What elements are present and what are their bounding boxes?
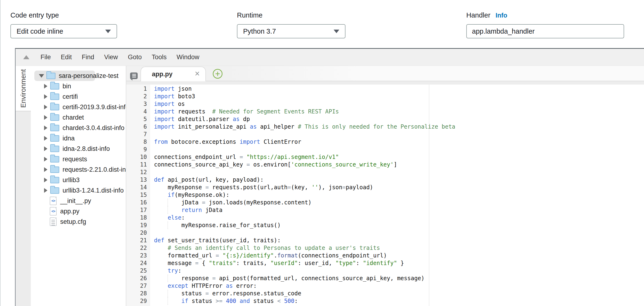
tree-item-urllib3[interactable]: urllib3 xyxy=(31,175,126,185)
chevron-collapsed-icon[interactable] xyxy=(44,157,48,162)
line-number[interactable]: 20 xyxy=(126,229,147,237)
code-line[interactable]: 15 if(myResponse.ok): xyxy=(126,191,644,199)
code-line[interactable]: 23 formatted_url = "{:s}/identify".forma… xyxy=(126,252,644,259)
tree-item--init-py[interactable]: <>__init__.py xyxy=(31,196,126,206)
line-number[interactable]: 14 xyxy=(126,184,147,191)
tree-item-certifi[interactable]: certifi xyxy=(31,91,126,102)
line-number[interactable]: 27 xyxy=(126,282,147,290)
line-number[interactable]: 26 xyxy=(126,275,147,282)
line-number[interactable]: 9 xyxy=(126,146,147,153)
close-icon[interactable]: × xyxy=(195,69,200,78)
code-line[interactable]: 28 status = error.response.status_code xyxy=(126,290,644,297)
collapse-pane-icon[interactable] xyxy=(23,55,30,59)
code-line[interactable]: 27 except HTTPError as error: xyxy=(126,282,644,290)
line-number[interactable]: 7 xyxy=(126,130,147,138)
code-line[interactable]: 24 message = { "traits": traits, "userId… xyxy=(126,259,644,267)
chevron-collapsed-icon[interactable] xyxy=(44,188,48,193)
tree-item-setup-cfg[interactable]: setup.cfg xyxy=(31,217,126,227)
tree-item-sara-personalize-test[interactable]: sara-personalize-test xyxy=(31,71,126,81)
code-line[interactable]: 22 # Sends an identify call to Personas … xyxy=(126,244,644,252)
line-number[interactable]: 16 xyxy=(126,199,147,206)
code-line[interactable]: 18 else: xyxy=(126,214,644,222)
code-line[interactable]: 19 myResponse.raise_for_status() xyxy=(126,222,644,229)
menu-item-window[interactable]: Window xyxy=(172,53,204,61)
tab-environment[interactable]: Environment xyxy=(16,66,31,111)
chevron-collapsed-icon[interactable] xyxy=(44,178,48,182)
chevron-collapsed-icon[interactable] xyxy=(44,105,48,109)
chevron-collapsed-icon[interactable] xyxy=(44,146,48,151)
line-number[interactable]: 6 xyxy=(126,123,147,130)
line-number[interactable]: 23 xyxy=(126,252,147,259)
tree-item-requests[interactable]: requests xyxy=(31,154,126,164)
tree-item-urllib3-1-24-1-dist-info[interactable]: urllib3-1.24.1.dist-info xyxy=(31,185,126,196)
code-line[interactable]: 2import boto3 xyxy=(126,93,644,100)
line-number[interactable]: 28 xyxy=(126,290,147,297)
menu-item-view[interactable]: View xyxy=(99,53,123,61)
handler-info-link[interactable]: Info xyxy=(496,12,507,19)
code-line[interactable]: 17 return jData xyxy=(126,206,644,214)
code-line[interactable]: 9 xyxy=(126,146,644,153)
menu-item-file[interactable]: File xyxy=(36,53,56,61)
tree-item-requests-2-21-0-dist-info[interactable]: requests-2.21.0.dist-info xyxy=(31,164,126,175)
new-tab-button[interactable]: + xyxy=(213,69,222,79)
tab-app-py[interactable]: app.py × xyxy=(140,66,206,81)
handler-input[interactable] xyxy=(466,24,624,38)
chevron-collapsed-icon[interactable] xyxy=(44,84,48,89)
chevron-collapsed-icon[interactable] xyxy=(44,167,48,172)
line-number[interactable]: 18 xyxy=(126,214,147,222)
code-line[interactable]: 4import requests # Needed for Segment Ev… xyxy=(126,108,644,115)
line-number[interactable]: 5 xyxy=(126,115,147,123)
tab-list-icon[interactable] xyxy=(130,72,138,79)
code-line[interactable]: 14 myResponse = requests.post(url,auth=(… xyxy=(126,184,644,191)
code-line[interactable]: 7 xyxy=(126,130,644,138)
code-line[interactable]: 26 response = api_post(formatted_url, co… xyxy=(126,275,644,282)
code-line[interactable]: 6import init_personalize_api as api_help… xyxy=(126,123,644,130)
line-number[interactable]: 25 xyxy=(126,267,147,275)
tree-item-bin[interactable]: bin xyxy=(31,81,126,91)
line-number[interactable]: 13 xyxy=(126,176,147,184)
line-number[interactable]: 11 xyxy=(126,161,147,168)
chevron-collapsed-icon[interactable] xyxy=(44,136,48,141)
chevron-expanded-icon[interactable] xyxy=(39,74,44,78)
line-number[interactable]: 2 xyxy=(126,93,147,100)
menu-item-goto[interactable]: Goto xyxy=(123,53,147,61)
tree-item-chardet-3-0-4-dist-info[interactable]: chardet-3.0.4.dist-info xyxy=(31,123,126,133)
tree-item-certifi-2019-3-9-dist-info[interactable]: certifi-2019.3.9.dist-info xyxy=(31,102,126,112)
runtime-select[interactable]: Python 3.7 xyxy=(237,24,346,38)
tree-item-app-py[interactable]: <>app.py xyxy=(31,206,126,217)
code-line[interactable]: 10connections_endpoint_url = "https://ap… xyxy=(126,153,644,161)
code-line[interactable]: 11connections_source_api_key = os.enviro… xyxy=(126,161,644,168)
tree-item-idna-2-8-dist-info[interactable]: idna-2.8.dist-info xyxy=(31,144,126,154)
code-line[interactable]: 25 try: xyxy=(126,267,644,275)
code-entry-type-select[interactable]: Edit code inline xyxy=(10,24,117,38)
line-number[interactable]: 17 xyxy=(126,206,147,214)
chevron-collapsed-icon[interactable] xyxy=(44,115,48,120)
code-line[interactable]: 3import os xyxy=(126,100,644,108)
line-number[interactable]: 3 xyxy=(126,100,147,108)
code-line[interactable]: 8from botocore.exceptions import ClientE… xyxy=(126,138,644,146)
line-number[interactable]: 21 xyxy=(126,237,147,244)
line-number[interactable]: 15 xyxy=(126,191,147,199)
code-line[interactable]: 1import json xyxy=(126,85,644,93)
code-line[interactable]: 20 xyxy=(126,229,644,237)
line-number[interactable]: 10 xyxy=(126,153,147,161)
line-number[interactable]: 19 xyxy=(126,222,147,229)
menu-item-edit[interactable]: Edit xyxy=(56,53,77,61)
code-line[interactable]: 29 if status >= 400 and status < 500: xyxy=(126,297,644,305)
line-number[interactable]: 29 xyxy=(126,297,147,305)
chevron-collapsed-icon[interactable] xyxy=(44,126,48,130)
menu-item-tools[interactable]: Tools xyxy=(147,53,172,61)
code-line[interactable]: 5import dateutil.parser as dp xyxy=(126,115,644,123)
tree-item-chardet[interactable]: chardet xyxy=(31,112,126,123)
line-number[interactable]: 22 xyxy=(126,244,147,252)
line-number[interactable]: 4 xyxy=(126,108,147,115)
code-editor[interactable]: 1import json2import boto33import os4impo… xyxy=(126,84,644,306)
chevron-collapsed-icon[interactable] xyxy=(44,94,48,99)
code-line[interactable]: 13def api_post(url, key, payload): xyxy=(126,176,644,184)
code-line[interactable]: 12 xyxy=(126,168,644,176)
line-number[interactable]: 24 xyxy=(126,259,147,267)
line-number[interactable]: 8 xyxy=(126,138,147,146)
line-number[interactable]: 1 xyxy=(126,85,147,93)
menu-item-find[interactable]: Find xyxy=(77,53,99,61)
code-line[interactable]: 16 jData = json.loads(myResponse.content… xyxy=(126,199,644,206)
